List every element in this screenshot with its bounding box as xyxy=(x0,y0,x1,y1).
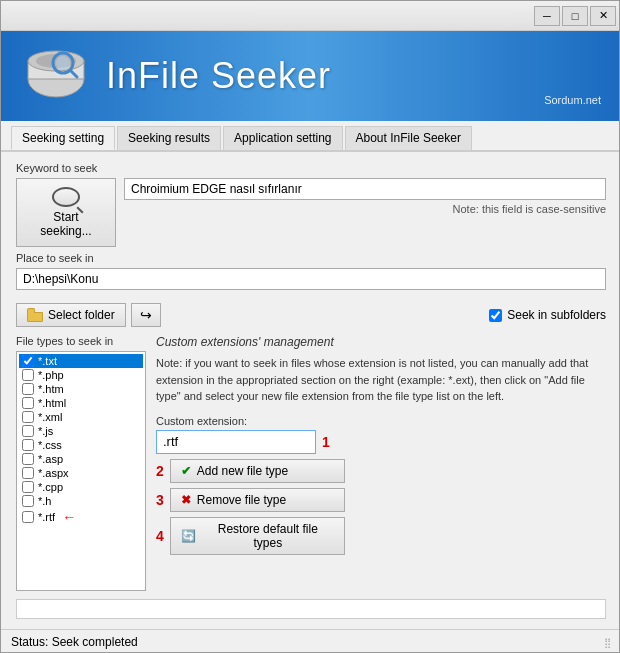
logo-area: InFile Seeker xyxy=(21,41,331,111)
maximize-button[interactable]: □ xyxy=(562,6,588,26)
custom-ext-row: Custom extension: 1 xyxy=(156,415,606,454)
file-type-checkbox[interactable] xyxy=(22,481,34,493)
file-type-item[interactable]: *.htm xyxy=(19,382,143,396)
file-type-item[interactable]: *.rtf← xyxy=(19,508,143,526)
remove-btn-row: 3 ✖ Remove file type xyxy=(156,488,606,512)
subfolder-label: Seek in subfolders xyxy=(507,308,606,322)
keyword-input[interactable] xyxy=(124,178,606,200)
file-type-label: *.js xyxy=(38,425,53,437)
bottom-section: File types to seek in *.txt*.php*.htm*.h… xyxy=(16,335,606,591)
add-file-type-button[interactable]: ✔ Add new file type xyxy=(170,459,345,483)
file-type-item[interactable]: *.php xyxy=(19,368,143,382)
file-type-item[interactable]: *.xml xyxy=(19,410,143,424)
custom-ext-desc: Note: if you want to seek in files whose… xyxy=(156,355,606,405)
custom-ext-input[interactable] xyxy=(156,430,316,454)
custom-ext-input-row: 1 xyxy=(156,430,606,454)
file-type-item[interactable]: *.js xyxy=(19,424,143,438)
start-seeking-button[interactable]: Start seeking... xyxy=(16,178,116,247)
app-title: InFile Seeker xyxy=(106,55,331,97)
start-seeking-label: Start seeking... xyxy=(29,210,103,238)
ext-buttons: 2 ✔ Add new file type 3 ✖ Remove file ty… xyxy=(156,459,606,555)
tab-about[interactable]: About InFile Seeker xyxy=(345,126,472,150)
title-bar-buttons: ─ □ ✕ xyxy=(534,6,616,26)
file-type-item[interactable]: *.html xyxy=(19,396,143,410)
restore-btn-row: 4 🔄 Restore default file types xyxy=(156,517,606,555)
file-type-label: *.php xyxy=(38,369,64,381)
restore-default-button[interactable]: 🔄 Restore default file types xyxy=(170,517,345,555)
file-type-item[interactable]: *.css xyxy=(19,438,143,452)
file-type-checkbox[interactable] xyxy=(22,355,34,367)
tab-bar: Seeking setting Seeking results Applicat… xyxy=(1,121,620,152)
tab-seeking-results[interactable]: Seeking results xyxy=(117,126,221,150)
main-content: Keyword to seek Start seeking... Note: t… xyxy=(1,152,620,630)
status-bar: Status: Seek completed ⣿ xyxy=(1,629,620,653)
add-btn-label: Add new file type xyxy=(197,464,288,478)
custom-ext-title: Custom extensions' management xyxy=(156,335,606,349)
file-type-item[interactable]: *.h xyxy=(19,494,143,508)
keyword-label: Keyword to seek xyxy=(16,162,606,174)
place-section: Place to seek in xyxy=(16,252,606,295)
keyword-right: Note: this field is case-sensitive xyxy=(124,178,606,215)
place-label: Place to seek in xyxy=(16,252,606,264)
svg-point-5 xyxy=(56,56,70,70)
status-text: Status: Seek completed xyxy=(11,635,138,649)
file-type-checkbox[interactable] xyxy=(22,383,34,395)
step-4-number: 4 xyxy=(156,528,164,544)
resize-grip: ⣿ xyxy=(604,637,611,648)
file-type-checkbox[interactable] xyxy=(22,467,34,479)
file-type-label: *.txt xyxy=(38,355,57,367)
step-1-number: 1 xyxy=(322,434,330,450)
close-button[interactable]: ✕ xyxy=(590,6,616,26)
file-types-section: File types to seek in *.txt*.php*.htm*.h… xyxy=(16,335,146,591)
remove-btn-label: Remove file type xyxy=(197,493,286,507)
select-folder-label: Select folder xyxy=(48,308,115,322)
add-check-icon: ✔ xyxy=(181,464,191,478)
tab-seeking-setting[interactable]: Seeking setting xyxy=(11,126,115,150)
custom-ext-section: Custom extensions' management Note: if y… xyxy=(156,335,606,591)
file-type-checkbox[interactable] xyxy=(22,411,34,423)
subfolder-check: Seek in subfolders xyxy=(489,308,606,322)
restore-icon: 🔄 xyxy=(181,529,196,543)
file-type-label: *.xml xyxy=(38,411,62,423)
add-btn-row: 2 ✔ Add new file type xyxy=(156,459,606,483)
restore-btn-label: Restore default file types xyxy=(202,522,334,550)
file-type-label: *.cpp xyxy=(38,481,63,493)
place-input[interactable] xyxy=(16,268,606,290)
file-type-label: *.htm xyxy=(38,383,64,395)
step-3-number: 3 xyxy=(156,492,164,508)
file-type-checkbox[interactable] xyxy=(22,511,34,523)
file-type-label: *.h xyxy=(38,495,51,507)
file-type-label: *.aspx xyxy=(38,467,69,479)
file-type-checkbox[interactable] xyxy=(22,439,34,451)
arrow-indicator: ← xyxy=(62,509,76,525)
keyword-section: Start seeking... Note: this field is cas… xyxy=(16,178,606,247)
minimize-button[interactable]: ─ xyxy=(534,6,560,26)
progress-area xyxy=(16,599,606,619)
remove-x-icon: ✖ xyxy=(181,493,191,507)
file-types-label: File types to seek in xyxy=(16,335,146,347)
file-type-checkbox[interactable] xyxy=(22,425,34,437)
file-type-checkbox[interactable] xyxy=(22,369,34,381)
file-type-label: *.html xyxy=(38,397,66,409)
file-type-item[interactable]: *.txt xyxy=(19,354,143,368)
select-folder-button[interactable]: Select folder xyxy=(16,303,126,327)
sordum-credit: Sordum.net xyxy=(544,94,601,111)
custom-ext-label: Custom extension: xyxy=(156,415,606,427)
file-type-checkbox[interactable] xyxy=(22,453,34,465)
file-types-list[interactable]: *.txt*.php*.htm*.html*.xml*.js*.css*.asp… xyxy=(16,351,146,591)
file-type-label: *.rtf xyxy=(38,511,55,523)
remove-file-type-button[interactable]: ✖ Remove file type xyxy=(170,488,345,512)
folder-row: Select folder ↪ Seek in subfolders xyxy=(16,303,606,327)
tab-application-setting[interactable]: Application setting xyxy=(223,126,342,150)
file-type-item[interactable]: *.aspx xyxy=(19,466,143,480)
file-type-checkbox[interactable] xyxy=(22,397,34,409)
file-type-label: *.asp xyxy=(38,453,63,465)
file-type-item[interactable]: *.asp xyxy=(19,452,143,466)
file-type-item[interactable]: *.cpp xyxy=(19,480,143,494)
folder-nav-button[interactable]: ↪ xyxy=(131,303,161,327)
case-sensitive-note: Note: this field is case-sensitive xyxy=(124,203,606,215)
folder-left: Select folder ↪ xyxy=(16,303,161,327)
subfolder-checkbox[interactable] xyxy=(489,309,502,322)
file-type-label: *.css xyxy=(38,439,62,451)
file-type-checkbox[interactable] xyxy=(22,495,34,507)
